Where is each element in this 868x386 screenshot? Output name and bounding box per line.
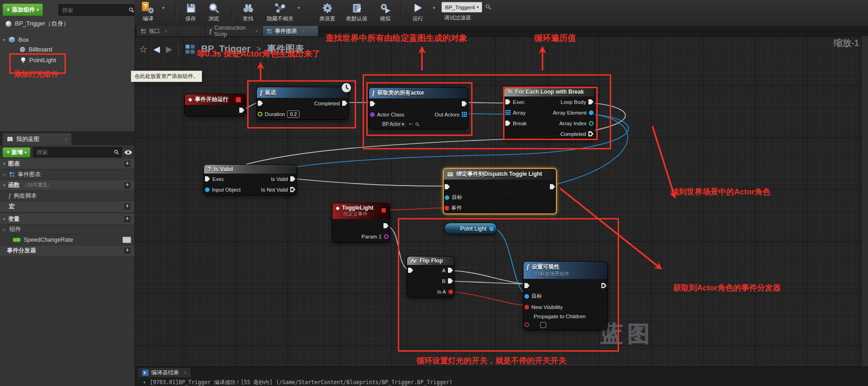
node-get-all-actors-of-class[interactable]: f 获取类的所有actor Actor Class Out Actors BP … — [369, 87, 468, 129]
visibility-icon[interactable] — [122, 237, 131, 243]
component-search-input[interactable] — [61, 6, 128, 14]
section-graphs[interactable]: ▾ 图表 + — [0, 159, 134, 169]
is-a-bool-pin[interactable] — [448, 290, 453, 294]
node-event-begin-play[interactable]: ◆ 事件开始运行 — [185, 94, 246, 116]
node-delay[interactable]: f 延迟 Completed Duration 0.2 — [256, 87, 349, 120]
exec-in-pin[interactable] — [408, 268, 413, 273]
delegate-out-pin[interactable] — [382, 208, 386, 212]
reset-icon[interactable]: ↩ — [409, 122, 413, 127]
close-icon[interactable]: × — [184, 370, 186, 375]
break-exec-in-pin[interactable] — [505, 121, 511, 126]
node-is-valid[interactable]: ? Is Valid Exec Is Valid Input Object Is… — [204, 164, 297, 195]
save-button[interactable]: 保存 — [180, 1, 201, 22]
item-event-graph[interactable]: ▷ 事件图表 — [0, 169, 134, 180]
new-button[interactable]: + 新增 ▾ — [2, 147, 31, 158]
collapse-arrow-icon[interactable]: ▷ — [3, 172, 6, 177]
component-root-row[interactable]: BP_Trigger（自身） — [6, 19, 69, 28]
exec-in-pin[interactable] — [370, 101, 375, 106]
debug-search-icon[interactable] — [485, 4, 491, 10]
component-row-pointlight[interactable]: PointLight — [20, 57, 56, 64]
actor-class-dropdown[interactable]: BP Actor ▾ — [380, 121, 407, 128]
close-icon[interactable]: × — [165, 28, 167, 34]
hide-unrelated-button[interactable]: 隐藏不相关 — [261, 1, 300, 22]
target-pin[interactable] — [445, 195, 449, 200]
propagate-checkbox[interactable] — [540, 322, 546, 328]
propagate-bool-pin[interactable] — [524, 322, 529, 327]
component-row-billboard[interactable]: Billboard — [19, 46, 52, 53]
expand-arrow-icon[interactable]: ▾ — [3, 183, 6, 187]
add-function-button[interactable]: + — [123, 181, 131, 189]
section-variables[interactable]: ▾ 变量 + — [0, 214, 134, 225]
play-options-caret[interactable]: ▾ — [433, 6, 435, 10]
section-event-dispatchers[interactable]: 事件分发器 + — [0, 245, 134, 257]
node-set-visibility[interactable]: f 设置可视性 目标是场景组件 目标 New Visibility Propag… — [523, 261, 608, 330]
new-visibility-pin[interactable] — [524, 305, 529, 309]
expand-arrow-icon[interactable]: ▾ — [3, 38, 5, 42]
play-button[interactable]: 运行 — [407, 1, 428, 22]
array-element-pin[interactable] — [589, 110, 594, 115]
item-speed-change-rate[interactable]: SpeedChangeRate — [0, 235, 134, 245]
node-point-light-variable[interactable]: Point Light — [444, 223, 497, 234]
duration-float-pin[interactable] — [258, 112, 262, 116]
tab-compiler-results[interactable]: 编译器结果 × — [138, 368, 191, 377]
param1-pin[interactable] — [384, 234, 389, 239]
node-flip-flop[interactable]: Flip Flop A B Is A — [407, 256, 454, 297]
exec-out-pin[interactable] — [601, 283, 606, 288]
compile-button[interactable]: ? 编译 — [137, 1, 159, 22]
component-search[interactable] — [58, 4, 137, 16]
point-light-out-pin[interactable] — [489, 226, 494, 231]
node-for-each-loop-with-break[interactable]: ↻ For Each Loop with Break Exec Loop Bod… — [504, 87, 595, 140]
expand-arrow-icon[interactable]: ▾ — [3, 217, 6, 221]
add-dispatcher-button[interactable]: + — [123, 247, 131, 255]
browse-class-icon[interactable] — [415, 122, 420, 127]
exec-in-pin[interactable] — [505, 99, 511, 104]
right-panel-edge[interactable] — [862, 36, 868, 367]
exec-in-pin[interactable] — [524, 283, 530, 288]
nav-forward-icon[interactable]: ▶ — [166, 44, 172, 54]
completed-exec-out-pin[interactable] — [588, 131, 594, 136]
add-graph-button[interactable]: + — [123, 160, 131, 168]
exec-out-pin[interactable] — [462, 101, 467, 106]
item-components-category[interactable]: ▷ 组件 — [0, 225, 134, 235]
close-icon[interactable]: × — [65, 136, 68, 142]
my-blueprint-search-input[interactable] — [36, 148, 114, 156]
is-valid-exec-out-pin[interactable] — [290, 176, 295, 181]
tab-my-blueprint[interactable]: 我的蓝图 × — [3, 133, 71, 145]
b-exec-out-pin[interactable] — [448, 278, 453, 283]
add-macro-button[interactable]: + — [123, 203, 131, 211]
class-defaults-button[interactable]: 类默认值 — [342, 1, 371, 22]
array-in-pin[interactable] — [505, 110, 511, 115]
tab-event-graph[interactable]: 事件图表 × — [263, 26, 319, 36]
find-button[interactable]: 查找 — [237, 1, 259, 22]
exec-out-pin[interactable] — [239, 108, 244, 113]
array-index-pin[interactable] — [589, 121, 594, 126]
loop-body-exec-out-pin[interactable] — [588, 99, 594, 104]
exec-in-pin[interactable] — [258, 101, 263, 106]
a-exec-out-pin[interactable] — [448, 268, 453, 273]
is-not-valid-exec-out-pin[interactable] — [290, 187, 295, 192]
eye-filter-icon[interactable] — [124, 150, 132, 155]
close-icon[interactable]: × — [302, 28, 305, 34]
exec-in-pin[interactable] — [445, 184, 450, 189]
component-row-box[interactable]: ▾ Box — [3, 36, 29, 43]
tab-viewport[interactable]: 视口 × — [137, 26, 205, 36]
hide-unrelated-caret[interactable]: ▾ — [298, 6, 300, 10]
out-actors-array-pin[interactable] — [462, 112, 467, 117]
input-object-pin[interactable] — [205, 187, 210, 192]
item-construction-script[interactable]: f 构造脚本 — [0, 191, 134, 201]
debug-object-dropdown[interactable]: BP_Trigger4 ▾ — [441, 2, 482, 13]
target-pin[interactable] — [524, 294, 529, 299]
section-macros[interactable]: 宏 + — [0, 201, 134, 212]
compile-options-caret[interactable]: ▾ — [162, 6, 165, 10]
node-bind-event-dispatch-toggle-light[interactable]: 绑定事件到Dispatch Toggle Light 目标 事件 — [443, 168, 557, 214]
exec-out-pin[interactable] — [383, 223, 389, 228]
add-component-button[interactable]: + 添加组件 ▾ — [2, 3, 43, 16]
completed-exec-out-pin[interactable] — [342, 101, 347, 106]
section-functions[interactable]: ▾ 函数 （18可覆盖） + — [0, 180, 134, 191]
my-blueprint-search[interactable] — [33, 147, 122, 157]
event-delegate-pin[interactable] — [445, 206, 449, 210]
duration-value-input[interactable]: 0.2 — [287, 110, 300, 118]
simulate-button[interactable]: 模拟 — [374, 1, 397, 22]
favorite-star-icon[interactable]: ☆ — [139, 44, 147, 55]
close-icon[interactable]: × — [255, 28, 258, 34]
